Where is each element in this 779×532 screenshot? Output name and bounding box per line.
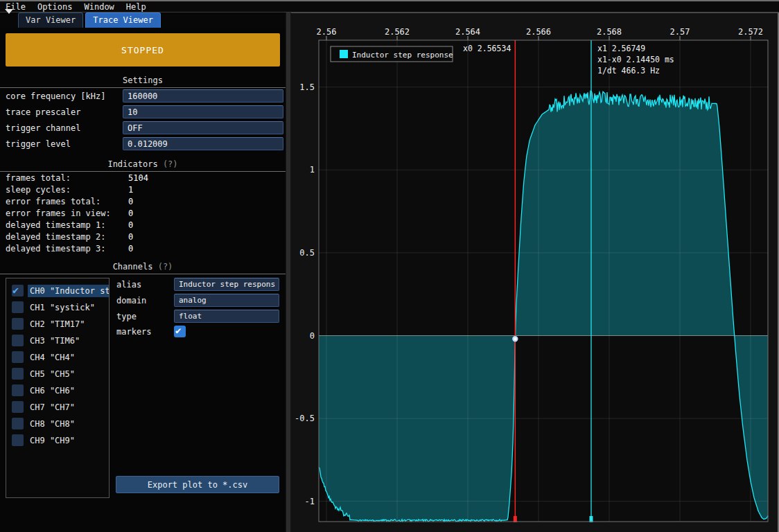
indicator-row: sleep cycles:1 bbox=[0, 184, 286, 195]
indicator-value: 0 bbox=[128, 220, 133, 230]
type-label: type bbox=[116, 312, 174, 321]
channel-checkbox[interactable] bbox=[12, 434, 24, 446]
channel-row[interactable]: CH8 "CH8" bbox=[6, 416, 109, 432]
trace-plot[interactable]: 2.562.5622.5642.5662.5682.572.5721.510.5… bbox=[291, 13, 778, 532]
indicator-label: sleep cycles: bbox=[6, 185, 128, 195]
menu-help[interactable]: Help bbox=[126, 2, 146, 12]
channel-row[interactable]: CH0 "Inductor st bbox=[6, 283, 109, 299]
channel-checkbox[interactable] bbox=[12, 318, 24, 330]
channel-label: CH2 "TIM17" bbox=[28, 318, 87, 330]
indicators-help-icon[interactable]: (?) bbox=[163, 159, 178, 169]
x-tick-label: 2.566 bbox=[526, 27, 551, 37]
menu-options[interactable]: Options bbox=[37, 2, 73, 12]
indicator-label: delayed timestamp 1: bbox=[6, 220, 128, 230]
indicator-row: delayed timestamp 1:0 bbox=[0, 219, 286, 231]
channel-row[interactable]: CH9 "CH9" bbox=[6, 432, 109, 448]
indicator-value: 1 bbox=[128, 185, 133, 195]
channel-checkbox[interactable] bbox=[12, 351, 24, 363]
channel-row[interactable]: CH7 "CH7" bbox=[6, 399, 109, 415]
channel-checkbox[interactable] bbox=[12, 285, 24, 296]
channel-row[interactable]: CH6 "CH6" bbox=[6, 382, 109, 398]
y-tick-label: 1.5 bbox=[299, 82, 315, 92]
channels-section: CH0 "Inductor st CH1 "systick" CH2 "TIM1… bbox=[0, 274, 286, 503]
settings-heading: Settings bbox=[0, 76, 286, 85]
core-frequency-input[interactable]: 160000 bbox=[123, 89, 283, 103]
channel-label: CH9 "CH9" bbox=[28, 434, 77, 447]
x-tick-label: 2.568 bbox=[597, 27, 622, 37]
channel-checkbox[interactable] bbox=[12, 401, 24, 413]
indicator-label: delayed timestamp 2: bbox=[6, 232, 128, 242]
indicator-value: 0 bbox=[128, 244, 133, 254]
setting-row: core frequency [kHz] 160000 bbox=[0, 88, 286, 104]
domain-label: domain bbox=[116, 296, 174, 305]
marker-delta-label: x1-x0 2.14450 ms bbox=[597, 55, 674, 64]
indicator-row: error frames in view:0 bbox=[0, 207, 286, 219]
channel-checkbox[interactable] bbox=[12, 335, 24, 346]
indicator-value: 0 bbox=[128, 232, 133, 242]
tab-trace-viewer[interactable]: Trace Viewer bbox=[85, 12, 161, 28]
setting-label: trigger level bbox=[6, 139, 123, 149]
indicator-label: error frames total: bbox=[6, 197, 128, 206]
x-tick-label: 2.562 bbox=[385, 27, 410, 37]
type-input[interactable]: float bbox=[174, 310, 279, 323]
indicator-value: 5104 bbox=[128, 173, 148, 183]
markers-label: markers bbox=[116, 327, 174, 337]
y-tick-label: -0.5 bbox=[295, 414, 315, 423]
channel-checkbox[interactable] bbox=[12, 384, 24, 396]
channels-heading: Channels (?) bbox=[0, 262, 286, 272]
channel-label: CH8 "CH8" bbox=[28, 418, 77, 430]
channel-label: CH3 "TIM6" bbox=[28, 335, 82, 347]
marker-x1-label: x1 2.56749 bbox=[597, 44, 645, 53]
plot-panel: 2.562.5622.5642.5662.5682.572.5721.510.5… bbox=[291, 12, 779, 532]
marker-x0-label: x0 2.56534 bbox=[463, 44, 511, 53]
x-tick-label: 2.56 bbox=[317, 27, 337, 37]
indicator-label: error frames in view: bbox=[6, 209, 128, 218]
tab-var-viewer[interactable]: Var Viewer bbox=[18, 12, 83, 28]
alias-input[interactable]: Inductor step respons bbox=[174, 278, 279, 291]
channel-row[interactable]: CH1 "systick" bbox=[6, 299, 109, 315]
indicators-heading: Indicators (?) bbox=[0, 159, 286, 169]
channel-row[interactable]: CH4 "CH4" bbox=[6, 349, 109, 365]
domain-input[interactable]: analog bbox=[174, 294, 279, 307]
setting-row: trigger level 0.012009 bbox=[0, 136, 286, 152]
channel-row[interactable]: CH5 "CH5" bbox=[6, 366, 109, 382]
channel-label: CH5 "CH5" bbox=[28, 368, 77, 380]
channel-label: CH7 "CH7" bbox=[28, 401, 77, 414]
markers-checkbox[interactable] bbox=[174, 326, 186, 337]
trigger-channel-input[interactable]: OFF bbox=[123, 121, 283, 134]
control-panel: Var Viewer Trace Viewer STOPPED Settings… bbox=[0, 12, 286, 532]
export-csv-button[interactable]: Export plot to *.csv bbox=[116, 476, 279, 493]
indicator-row: frames total:5104 bbox=[0, 172, 286, 184]
trigger-level-input[interactable]: 0.012009 bbox=[123, 137, 283, 150]
channel-checkbox[interactable] bbox=[12, 301, 24, 313]
setting-label: trigger channel bbox=[6, 123, 123, 133]
legend-swatch bbox=[340, 50, 348, 58]
menu-bar: File Options Window Help bbox=[0, 1, 779, 12]
setting-row: trigger channel OFF bbox=[0, 120, 286, 136]
menu-window[interactable]: Window bbox=[84, 2, 114, 12]
legend-label: Inductor step response bbox=[352, 51, 453, 60]
tab-bar: Var Viewer Trace Viewer bbox=[0, 12, 286, 28]
tab-list-icon[interactable] bbox=[3, 14, 15, 26]
y-tick-label: 0.5 bbox=[299, 248, 315, 258]
panel-divider[interactable] bbox=[286, 12, 291, 532]
y-tick-label: -1 bbox=[305, 497, 315, 506]
channel-label: CH0 "Inductor st bbox=[28, 285, 109, 297]
channel-row[interactable]: CH3 "TIM6" bbox=[6, 332, 109, 348]
x-tick-label: 2.572 bbox=[738, 27, 763, 37]
x-tick-label: 2.57 bbox=[670, 27, 690, 37]
channels-help-icon[interactable]: (?) bbox=[158, 262, 173, 272]
y-tick-label: 0 bbox=[310, 331, 315, 341]
marker-sample-dot bbox=[513, 337, 517, 341]
stopped-status-button[interactable]: STOPPED bbox=[6, 33, 280, 66]
channel-label: CH4 "CH4" bbox=[28, 351, 77, 364]
indicator-row: delayed timestamp 2:0 bbox=[0, 231, 286, 242]
channel-label: CH1 "systick" bbox=[28, 301, 97, 314]
trace-prescaler-input[interactable]: 10 bbox=[123, 105, 283, 118]
setting-label: core frequency [kHz] bbox=[6, 91, 123, 101]
indicator-label: frames total: bbox=[6, 173, 128, 183]
channel-checkbox[interactable] bbox=[12, 418, 24, 429]
channel-row[interactable]: CH2 "TIM17" bbox=[6, 316, 109, 332]
channel-checkbox[interactable] bbox=[12, 368, 24, 380]
setting-row: trace prescaler 10 bbox=[0, 104, 286, 120]
